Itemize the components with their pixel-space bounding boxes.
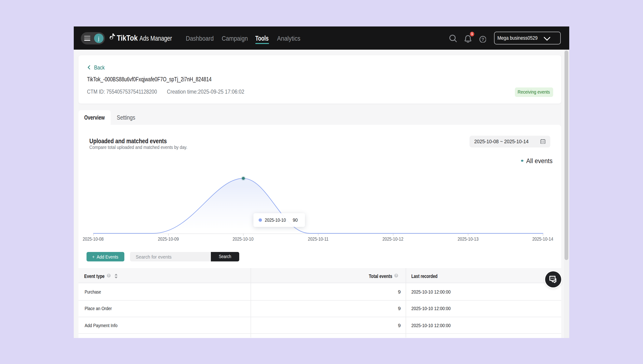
svg-text:?: ? xyxy=(481,37,484,42)
